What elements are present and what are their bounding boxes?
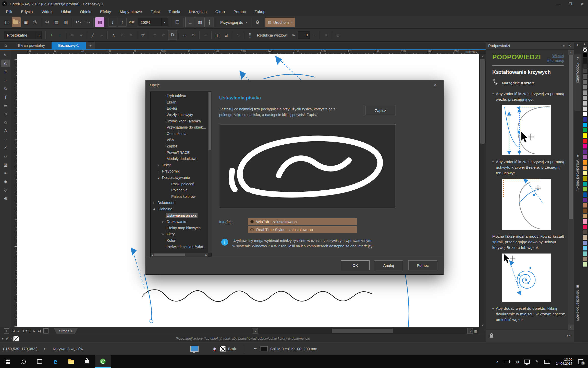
menu-efekty[interactable]: Efekty <box>96 9 115 14</box>
crop-tool[interactable]: # <box>1 68 10 76</box>
add-page-after-icon[interactable]: + <box>43 328 48 334</box>
scroll-down-icon[interactable]: ∨ <box>479 323 486 327</box>
text-tool[interactable]: A <box>1 127 10 135</box>
color-swatch[interactable] <box>583 85 587 90</box>
rectangle-tool[interactable]: ▭ <box>1 102 10 109</box>
menu-okno[interactable]: Okno <box>211 9 229 14</box>
tree-item-kolor[interactable]: Kolor <box>151 237 211 244</box>
stretch-nodes-icon[interactable]: ▱ <box>180 30 189 40</box>
curve-smoothness-icon[interactable]: ∿ <box>289 30 298 40</box>
print-icon[interactable]: ⎙ <box>30 17 39 27</box>
color-swatch[interactable] <box>583 240 587 245</box>
tree-item-edytuj[interactable]: Edytuj <box>151 105 211 112</box>
battery-icon[interactable] <box>504 360 510 363</box>
vertical-scroll-thumb[interactable] <box>480 59 485 144</box>
options-gear-icon[interactable]: ⚙ <box>253 17 262 27</box>
full-screen-preview-icon[interactable]: ❑ <box>173 17 182 27</box>
color-eyedropper-tool[interactable]: ✒ <box>1 169 10 177</box>
no-color-swatch[interactable] <box>13 336 19 341</box>
menu-mapy-bitowe[interactable]: Mapy bitowe <box>115 9 146 14</box>
symmetrical-node-icon[interactable]: ≈ <box>127 30 135 40</box>
tree-item-powertrace[interactable]: PowerTRACE <box>151 149 211 156</box>
tree-item-tryb-tabletu[interactable]: Tryb tabletu <box>151 93 211 99</box>
color-swatch[interactable] <box>583 155 587 159</box>
volume-icon[interactable]: ◁) <box>515 360 519 364</box>
ellipse-tool[interactable]: ○ <box>1 110 10 118</box>
network-icon[interactable] <box>524 360 530 364</box>
tree-item-efekty-map-bitowych[interactable]: Efekty map bitowych <box>151 225 211 231</box>
color-swatch[interactable] <box>583 181 587 186</box>
back-arrow-icon[interactable]: ↩ <box>566 333 570 339</box>
drop-shadow-tool[interactable]: ▱ <box>1 152 10 160</box>
redo-icon[interactable]: ↷▾ <box>83 17 92 27</box>
connector-tool[interactable]: ∠ <box>1 144 10 152</box>
horizontal-scrollbar[interactable]: ‹ › ▦ <box>253 328 479 334</box>
color-swatch[interactable] <box>583 262 587 267</box>
extend-curve-to-close-icon[interactable]: ⊃ <box>151 30 159 40</box>
align-nodes-icon[interactable]: ≡ <box>201 30 210 40</box>
select-all-nodes-icon[interactable]: ⣿ <box>246 30 254 40</box>
hints-scroll-up-icon[interactable]: ∧ <box>568 50 574 55</box>
menu-widok[interactable]: Widok <box>37 9 57 14</box>
scroll-left-icon[interactable]: ‹ <box>253 328 258 334</box>
pen-stroke-area[interactable] <box>220 124 396 208</box>
cusp-node-icon[interactable]: ∧ <box>109 30 118 40</box>
tree-vertical-scrollbar[interactable] <box>208 92 212 253</box>
color-swatch[interactable] <box>583 230 587 235</box>
color-swatch[interactable] <box>583 96 587 100</box>
horizontal-ruler[interactable]: milimetry 506070809010011012013014015016… <box>17 50 479 54</box>
tree-item-filtry[interactable]: ▷Filtry <box>151 231 211 237</box>
close-docker-icon[interactable]: ✕ <box>568 44 571 48</box>
color-swatch[interactable] <box>583 198 587 202</box>
vertical-scrollbar[interactable]: ∧ ∨ <box>479 54 486 327</box>
color-swatch[interactable] <box>583 63 587 68</box>
tree-item-dostosowywanie[interactable]: ◢Dostosowywanie <box>151 175 211 181</box>
artistic-media-tool[interactable]: ∫ <box>1 93 10 101</box>
tree-item-tekst[interactable]: ▷Tekst <box>151 162 211 168</box>
color-swatch[interactable] <box>583 69 587 74</box>
add-page-icon[interactable]: + <box>4 328 9 334</box>
minimize-icon[interactable]: — <box>553 0 565 8</box>
menu-pomoc[interactable]: Pomoc <box>229 9 250 14</box>
break-curve-icon[interactable]: ≍ <box>77 30 85 40</box>
shape-tool[interactable]: ⇖ <box>1 60 10 67</box>
transparency-tool[interactable]: ▨ <box>1 161 10 168</box>
tree-item-ustawienia-pisaka[interactable]: Ustawienia pisaka <box>151 212 211 218</box>
first-page-icon[interactable]: ◀ <box>12 330 15 332</box>
cut-icon[interactable]: ✂ <box>43 17 52 27</box>
color-swatch[interactable] <box>583 160 587 165</box>
rotate-nodes-icon[interactable]: ⟳ <box>189 30 198 40</box>
maximize-icon[interactable]: ❐ <box>565 0 576 8</box>
color-swatch[interactable] <box>583 219 587 224</box>
menu-narzędzia[interactable]: Narzędzia <box>185 9 211 14</box>
export-icon[interactable]: ↑ <box>118 18 127 27</box>
color-swatch[interactable] <box>583 133 587 138</box>
clock[interactable]: 13:00 14.04.2017 <box>556 358 572 366</box>
notifications-icon[interactable]: 3 <box>578 359 583 364</box>
edit-in-photo-paint-icon[interactable]: ▨ <box>95 17 104 27</box>
color-swatch[interactable] <box>583 144 587 149</box>
task-view-button[interactable] <box>32 355 47 368</box>
cancel-button[interactable]: Anuluj <box>374 260 403 270</box>
color-swatch[interactable] <box>583 251 587 256</box>
color-swatch[interactable] <box>583 101 587 106</box>
tree-item-polecenia[interactable]: Polecenia <box>151 187 211 193</box>
vertical-ruler[interactable] <box>11 54 17 327</box>
color-swatch[interactable] <box>583 187 587 192</box>
previous-page-icon[interactable]: ◀ <box>17 330 19 332</box>
color-swatch[interactable] <box>583 128 587 133</box>
tree-item-vba[interactable]: VBA <box>151 137 211 143</box>
new-document-icon[interactable]: ▢ <box>3 17 12 27</box>
selection-mode-select[interactable]: Prostokątne▾ <box>4 31 42 39</box>
interface-option-real-time-stylus-zainstalowano[interactable]: Real-Time Stylus - zainstalowano <box>248 226 357 233</box>
zoom-tool[interactable]: ⌕ <box>1 76 10 84</box>
convert-to-line-icon[interactable]: ╱ <box>89 30 97 40</box>
open-folder-icon[interactable]: ▾ <box>12 17 21 27</box>
lock-icon[interactable] <box>489 333 494 339</box>
scroll-up-icon[interactable]: ∧ <box>479 54 486 59</box>
color-swatch[interactable] <box>583 122 587 127</box>
next-page-icon[interactable]: ▶ <box>33 330 35 332</box>
tree-item-paleta-kolorów[interactable]: Paleta kolorów <box>151 193 211 200</box>
color-swatch[interactable] <box>583 214 587 218</box>
color-swatch[interactable] <box>583 235 587 240</box>
